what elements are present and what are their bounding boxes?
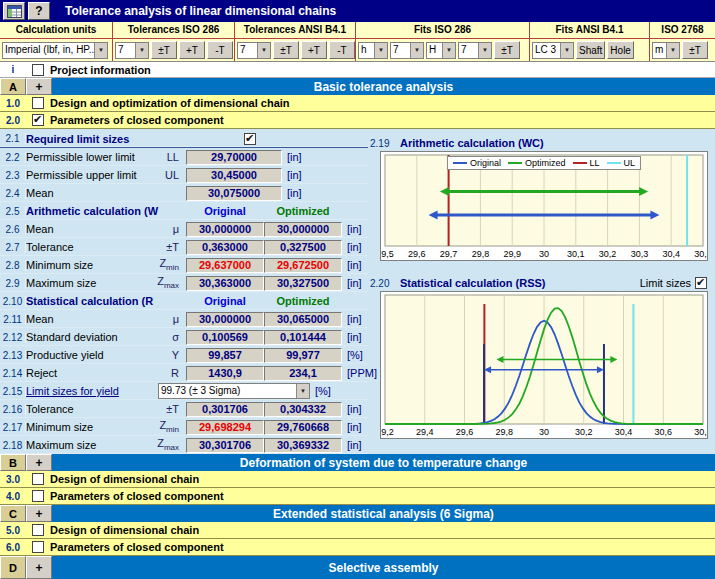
- toolbar: Calculation unitsImperial (lbf, in, HP..…: [0, 22, 715, 62]
- section-d-expand-button[interactable]: +: [26, 556, 52, 579]
- dropdown-arrow-icon[interactable]: ▼: [560, 43, 573, 58]
- row-3-0: 3.0 Design of dimensional chain: [0, 471, 715, 488]
- value-optimized[interactable]: 0,327500: [264, 240, 342, 255]
- value-original[interactable]: 30,000000: [186, 222, 264, 237]
- toolbar-group-iso-2768: ISO 2768m▼±T: [650, 22, 715, 61]
- column-header-optimized: Optimized: [264, 295, 342, 307]
- value-original[interactable]: 0,301706: [186, 402, 264, 417]
- value-field[interactable]: 30,45000: [186, 168, 282, 183]
- units-select[interactable]: Imperial (lbf, in, HP...▼: [2, 42, 108, 59]
- yield-level-select[interactable]: 99.73 (± 3 Sigma)▼: [158, 383, 310, 399]
- toolbar-group-fits-ansi-b41: Fits ANSI B4.1LC 3▼ShaftHole: [530, 22, 650, 61]
- value-field[interactable]: 30,075000: [186, 186, 282, 201]
- project-information-checkbox[interactable]: [32, 64, 44, 76]
- dropdown-arrow-icon[interactable]: ▼: [666, 43, 679, 58]
- fit-pm-tolerance-button[interactable]: ±T: [494, 41, 520, 59]
- table-row: 2.15Limit sizes for yield99.73 (± 3 Sigm…: [0, 382, 368, 400]
- ansi-fit-class-select[interactable]: LC 3▼: [532, 42, 574, 59]
- hole-letter-select[interactable]: H▼: [426, 42, 456, 59]
- dropdown-arrow-icon[interactable]: ▼: [94, 43, 107, 58]
- dropdown-arrow-icon[interactable]: ▼: [296, 384, 309, 398]
- dropdown-arrow-icon[interactable]: ▼: [374, 43, 387, 58]
- row-number: 2.4: [0, 188, 26, 199]
- required-limit-sizes-checkbox[interactable]: [244, 133, 256, 145]
- value-optimized[interactable]: 29,672500: [264, 258, 342, 273]
- table-row: 2.4Mean30,075000[in]: [0, 184, 368, 202]
- iso286-plus-tolerance-button[interactable]: +T: [179, 41, 205, 59]
- design-dimensional-chain-checkbox[interactable]: [32, 473, 44, 485]
- value-optimized[interactable]: 99,977: [264, 348, 342, 363]
- dropdown-arrow-icon[interactable]: ▼: [410, 43, 423, 58]
- section-b-expand-button[interactable]: +: [26, 454, 52, 471]
- row-label: Mean: [26, 313, 154, 325]
- value-original[interactable]: 0,363000: [186, 240, 264, 255]
- shaft-letter-select[interactable]: h▼: [358, 42, 388, 59]
- dropdown-arrow-icon[interactable]: ▼: [442, 43, 455, 58]
- value-original[interactable]: 0,100569: [186, 330, 264, 345]
- section-b-button[interactable]: B: [0, 454, 26, 471]
- iso286-minus-tolerance-button[interactable]: -T: [207, 41, 233, 59]
- iso2768-class-select[interactable]: m▼: [652, 42, 680, 59]
- row-number: 2.2: [0, 152, 26, 163]
- dropdown-arrow-icon[interactable]: ▼: [135, 43, 148, 58]
- value-field[interactable]: 29,70000: [186, 150, 282, 165]
- row-label: Mean: [26, 223, 154, 235]
- section-a-button[interactable]: A: [0, 78, 26, 95]
- row-label: Productive yield: [26, 349, 154, 361]
- symbol-label: Zmin: [154, 257, 182, 272]
- column-header-optimized: Optimized: [264, 205, 342, 217]
- parameters-closed-component-checkbox[interactable]: [32, 114, 44, 126]
- unit-label: [in]: [347, 421, 362, 433]
- limit-sizes-checkbox[interactable]: [695, 277, 707, 289]
- value-optimized[interactable]: 30,065000: [264, 312, 342, 327]
- section-d-button[interactable]: D: [0, 556, 26, 579]
- row-label: Parameters of closed component: [50, 114, 224, 126]
- select-value: 99.73 (± 3 Sigma): [159, 384, 296, 398]
- ansi-minus-tolerance-button[interactable]: -T: [329, 41, 355, 59]
- value-optimized[interactable]: 29,760668: [264, 420, 342, 435]
- section-c-button[interactable]: C: [0, 505, 26, 522]
- value-original[interactable]: 30,363000: [186, 276, 264, 291]
- value-optimized[interactable]: 30,000000: [264, 222, 342, 237]
- iso2768-pm-tolerance-button[interactable]: ±T: [682, 41, 708, 59]
- value-optimized[interactable]: 30,327500: [264, 276, 342, 291]
- hole-button[interactable]: Hole: [607, 41, 634, 59]
- value-original[interactable]: 99,857: [186, 348, 264, 363]
- iso286-pm-tolerance-button[interactable]: ±T: [151, 41, 177, 59]
- symbol-label: μ: [154, 313, 182, 325]
- table-row: 2.8Minimum sizeZmin29,63700029,672500[in…: [0, 256, 368, 274]
- dropdown-arrow-icon[interactable]: ▼: [257, 43, 270, 58]
- value-original[interactable]: 30,301706: [186, 438, 264, 453]
- value-optimized[interactable]: 234,1: [264, 366, 342, 381]
- value-optimized[interactable]: 0,101444: [264, 330, 342, 345]
- value-optimized[interactable]: 0,304332: [264, 402, 342, 417]
- app-icon[interactable]: [3, 2, 25, 20]
- svg-text:29,8: 29,8: [495, 427, 513, 437]
- svg-text:30,3: 30,3: [631, 249, 649, 259]
- parameters-closed-component-checkbox-3[interactable]: [32, 541, 44, 553]
- hole-grade-select[interactable]: 7▼: [458, 42, 492, 59]
- shaft-button[interactable]: Shaft: [576, 41, 605, 59]
- section-a-expand-button[interactable]: +: [26, 78, 52, 95]
- ansi-pm-tolerance-button[interactable]: ±T: [273, 41, 299, 59]
- value-original[interactable]: 30,000000: [186, 312, 264, 327]
- unit-label: [in]: [347, 403, 362, 415]
- shaft-grade-select[interactable]: 7▼: [390, 42, 424, 59]
- value-original[interactable]: 1430,9: [186, 366, 264, 381]
- dropdown-arrow-icon[interactable]: ▼: [478, 43, 491, 58]
- value-optimized[interactable]: 30,369332: [264, 438, 342, 453]
- ansi-plus-tolerance-button[interactable]: +T: [301, 41, 327, 59]
- design-optimization-checkbox[interactable]: [32, 97, 44, 109]
- limit-sizes-for-yield-link[interactable]: Limit sizes for yield: [26, 385, 154, 397]
- section-c-title: Extended statistical analysis (6 Sigma): [52, 505, 715, 522]
- ansi-grade-select[interactable]: 7▼: [237, 42, 271, 59]
- value-original[interactable]: 29,698294: [186, 420, 264, 435]
- value-original[interactable]: 29,637000: [186, 258, 264, 273]
- symbol-label: Zmax: [154, 437, 182, 452]
- design-dimensional-chain-checkbox-2[interactable]: [32, 524, 44, 536]
- parameters-closed-component-checkbox-2[interactable]: [32, 490, 44, 502]
- section-c-expand-button[interactable]: +: [26, 505, 52, 522]
- iso286-grade-select[interactable]: 7▼: [115, 42, 149, 59]
- row-number: 2.13: [0, 350, 26, 361]
- help-button[interactable]: ?: [28, 2, 50, 20]
